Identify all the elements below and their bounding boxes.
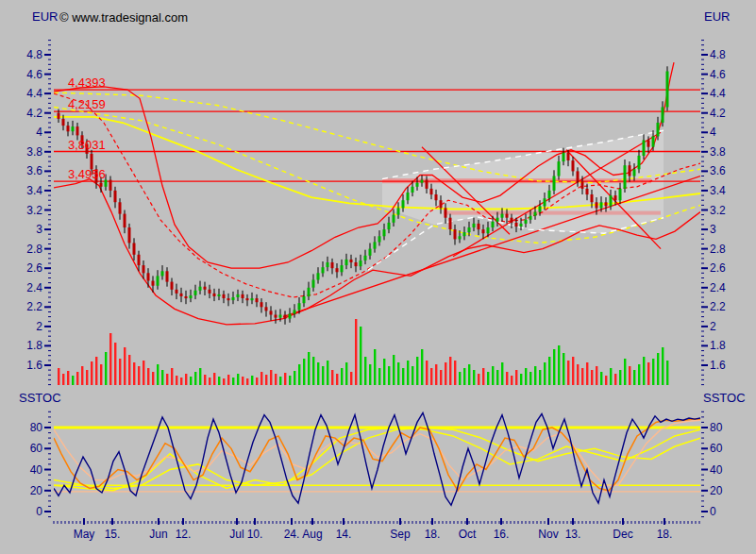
candle-body: [529, 216, 532, 220]
volume-bar: [317, 362, 319, 385]
price-tick-label-left: 3.8: [26, 145, 42, 159]
candle-body: [251, 298, 254, 300]
candle-body: [100, 183, 103, 187]
copyright-text: © www.tradesignal.com: [59, 10, 188, 25]
candle-body: [119, 202, 122, 213]
candle-body: [218, 294, 221, 296]
volume-bar: [124, 347, 126, 385]
candle-body: [666, 72, 669, 108]
candle-body: [638, 156, 641, 169]
candle-body: [430, 189, 433, 194]
sstoc-tick-label-right: 40: [710, 463, 723, 477]
volume-bar: [482, 368, 484, 385]
volume-bar: [242, 377, 244, 385]
volume-bar: [577, 364, 579, 385]
candle-body: [133, 243, 136, 255]
volume-bar: [407, 361, 409, 385]
volume-bar: [327, 361, 328, 385]
volume-bar: [445, 362, 446, 385]
price-tick-label-left: 3: [36, 223, 42, 236]
volume-bar: [378, 368, 380, 385]
candle-body: [515, 223, 518, 227]
candle-body: [388, 223, 391, 229]
candle-body: [279, 315, 282, 318]
volume-bar: [558, 345, 560, 385]
candle-body: [128, 227, 131, 243]
volume-bar: [468, 364, 470, 385]
volume-bar: [298, 364, 300, 385]
volume-bar: [454, 361, 456, 385]
volume-bar: [478, 374, 479, 385]
candle-body: [544, 198, 546, 206]
volume-bar: [284, 373, 286, 385]
candle-body: [629, 165, 631, 176]
candle-body: [303, 296, 306, 303]
volume-bar: [383, 359, 385, 385]
volume-bar: [520, 374, 522, 385]
sstoc-salmon: [54, 420, 700, 485]
candle-body: [369, 249, 372, 256]
price-tick-label-right: 1.8: [710, 339, 726, 352]
candle-body: [478, 224, 480, 229]
price-tick-label-left: 3.4: [26, 184, 42, 197]
volume-bar: [548, 357, 550, 385]
price-tick-label-left: 4.6: [26, 68, 42, 81]
price-tick-label-right: 1.6: [710, 359, 726, 372]
volume-bar: [100, 364, 102, 385]
candle-body: [109, 180, 112, 191]
volume-bar: [109, 333, 111, 385]
candle-body: [76, 126, 79, 135]
candle-body: [190, 295, 193, 298]
volume-bar: [614, 374, 616, 385]
candle-body: [520, 224, 523, 227]
candle-body: [308, 288, 311, 296]
volume-bar: [581, 368, 583, 385]
candle-body: [402, 200, 405, 208]
time-axis-label: 14.: [336, 528, 352, 541]
candle-body: [194, 291, 197, 295]
time-axis-label: Sep: [390, 528, 411, 541]
volume-bar: [567, 361, 569, 385]
volume-bar: [105, 352, 107, 385]
candle-body: [586, 189, 589, 194]
candle-body: [256, 298, 259, 302]
candle-body: [463, 232, 466, 236]
candle-body: [407, 193, 410, 200]
candle-body: [350, 260, 353, 262]
chart-canvas[interactable]: 4,43934,21593,80313,49564.84.84.64.64.44…: [0, 0, 756, 554]
volume-bar: [369, 364, 371, 385]
candle-body: [72, 126, 75, 131]
volume-bar: [67, 371, 69, 385]
volume-bar: [308, 352, 310, 385]
volume-bar: [157, 364, 159, 385]
volume-bar: [553, 349, 555, 385]
candle-body: [652, 136, 655, 146]
candle-body: [534, 212, 537, 216]
price-tick-label-right: 4.2: [710, 107, 726, 120]
candle-body: [610, 195, 613, 206]
candle-body: [383, 229, 386, 236]
price-tick-label-right: 3.4: [710, 184, 726, 197]
price-hline-label-0: 4,4393: [68, 76, 106, 90]
volume-bar: [624, 359, 626, 385]
volume-bar: [591, 370, 593, 385]
volume-bar: [294, 371, 295, 385]
volume-bar: [279, 377, 281, 385]
price-tick-label-right: 4.4: [710, 87, 726, 100]
volume-bar: [350, 372, 352, 385]
candle-body: [199, 287, 202, 291]
price-tick-label-left: 2.8: [26, 243, 42, 256]
candle-body: [506, 214, 509, 218]
candle-body: [624, 165, 627, 189]
volume-bar: [416, 357, 418, 385]
time-axis-label: Dec: [613, 528, 632, 541]
volume-bar: [331, 370, 333, 385]
candle-body: [577, 171, 580, 180]
volume-bar: [232, 378, 234, 385]
candle-body: [563, 153, 565, 161]
volume-bar: [619, 370, 621, 385]
volume-bar: [525, 368, 527, 385]
candle-body: [591, 194, 594, 202]
candle-body: [614, 195, 617, 200]
price-tick-label-left: 2: [36, 320, 42, 333]
